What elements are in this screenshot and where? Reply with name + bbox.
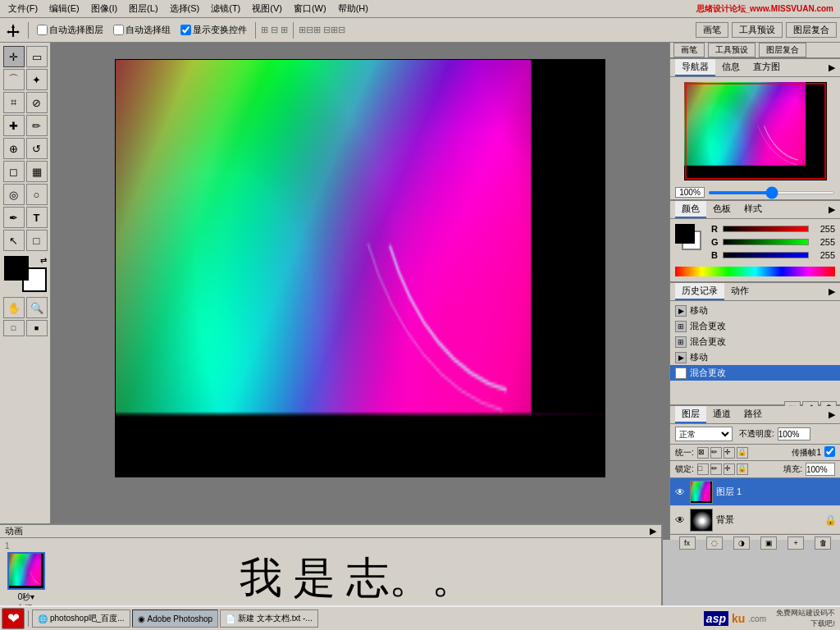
layer-fx-btn[interactable]: fx: [679, 536, 696, 550]
tab-history[interactable]: 历史记录: [675, 283, 724, 300]
foreground-color-swatch[interactable]: [4, 256, 29, 281]
taskbar-btn-textdoc[interactable]: 📄 新建 文本文档.txt -...: [220, 609, 318, 628]
fullscreen-btn[interactable]: ■: [26, 320, 48, 336]
tab-actions[interactable]: 动作: [724, 283, 756, 300]
taskbar-btn-photoshop-bbs[interactable]: 🌐 photoshop吧_百度...: [32, 609, 130, 628]
layer-item-bg[interactable]: 👁 背景 🔒: [670, 506, 840, 534]
menu-layer[interactable]: 图层(L): [124, 2, 162, 16]
lock-all-btn[interactable]: 🔒: [737, 447, 748, 459]
blend-mode-select[interactable]: 正常: [675, 427, 733, 441]
tab-layers[interactable]: 图层: [675, 406, 706, 423]
layer-bg-visibility[interactable]: 👁: [673, 514, 687, 527]
tab-info[interactable]: 信息: [715, 59, 746, 76]
tab-swatches[interactable]: 色板: [706, 201, 737, 218]
menu-view[interactable]: 视图(V): [247, 2, 287, 16]
standard-mode-btn[interactable]: □: [3, 320, 25, 336]
lock-btn-3[interactable]: ✛: [724, 463, 735, 475]
heal-tool[interactable]: ✚: [3, 115, 25, 136]
propagate-frame-checkbox[interactable]: [824, 446, 835, 457]
history-item-2[interactable]: ⊞ 混合更改: [670, 318, 840, 334]
history-item-5[interactable]: ▶ 混合更改: [670, 365, 840, 381]
tab-histogram[interactable]: 直方图: [746, 59, 787, 76]
lock-paint-btn[interactable]: ✏: [710, 447, 722, 459]
layer-1-visibility[interactable]: 👁: [673, 486, 687, 499]
tool-preset-btn-2[interactable]: 工具预设: [708, 43, 756, 57]
blur-tool[interactable]: ◎: [3, 184, 25, 205]
layer-item-1[interactable]: 👁 图层 1: [670, 478, 840, 506]
layer-comp-btn-2[interactable]: 图层复合: [759, 43, 806, 57]
tab-navigator[interactable]: 导航器: [675, 59, 715, 76]
layer-delete-btn[interactable]: 🗑: [815, 536, 831, 550]
menu-image[interactable]: 图像(I): [86, 2, 122, 16]
lock-move-btn[interactable]: ✛: [724, 447, 735, 459]
selection-tool[interactable]: ▭: [26, 46, 48, 67]
menu-file[interactable]: 文件(F): [3, 2, 43, 16]
tab-styles[interactable]: 样式: [737, 201, 769, 218]
history-item-4[interactable]: ▶ 移动: [670, 349, 840, 365]
animation-options-icon[interactable]: ▶: [650, 526, 656, 536]
animation-frame-1[interactable]: 1 0秒▾ 永远▾: [5, 541, 48, 614]
taskbar-btn-photoshop[interactable]: ◉ Adobe Photoshop: [132, 609, 219, 628]
show-transform-checkbox[interactable]: [180, 25, 191, 35]
layer-mask-btn[interactable]: ◌: [706, 536, 723, 550]
history-options-icon[interactable]: ▶: [829, 286, 835, 297]
layers-options-icon[interactable]: ▶: [829, 409, 835, 420]
main-canvas[interactable]: [115, 59, 605, 477]
auto-select-layer-option[interactable]: 自动选择图层: [37, 24, 103, 36]
lock-btn-2[interactable]: ✏: [710, 463, 722, 475]
history-item-3[interactable]: ⊞ 混合更改: [670, 334, 840, 349]
lock-btn-4[interactable]: 🔒: [737, 463, 748, 475]
menu-edit[interactable]: 编辑(E): [44, 2, 84, 16]
navigator-options-icon[interactable]: ▶: [829, 62, 835, 73]
menu-select[interactable]: 选择(S): [165, 2, 205, 16]
menu-window[interactable]: 窗口(W): [289, 2, 331, 16]
brush-tool[interactable]: ✏: [26, 115, 48, 136]
history-item-1[interactable]: ▶ 移动: [670, 303, 840, 318]
move-tool[interactable]: ✛: [3, 46, 25, 67]
zoom-slider[interactable]: [708, 191, 835, 194]
dodge-tool[interactable]: ○: [26, 184, 48, 205]
propagate-frame-checkbox-label[interactable]: [824, 446, 835, 459]
eyedropper-tool[interactable]: ⊘: [26, 92, 48, 113]
auto-select-layer-checkbox[interactable]: [37, 25, 48, 35]
gradient-tool[interactable]: ▦: [26, 161, 48, 182]
layer-group-btn[interactable]: ▣: [760, 536, 777, 550]
fg-swatch[interactable]: [675, 224, 695, 244]
auto-select-group-checkbox[interactable]: [113, 25, 124, 35]
brush-preset-btn[interactable]: 画笔: [696, 22, 728, 38]
auto-select-group-option[interactable]: 自动选择组: [113, 24, 171, 36]
lock-btn-1[interactable]: □: [697, 463, 709, 475]
zoom-input[interactable]: [675, 187, 705, 198]
clone-tool[interactable]: ⊕: [3, 138, 25, 159]
shape-tool[interactable]: □: [26, 230, 48, 251]
hand-tool[interactable]: ✋: [3, 297, 25, 318]
magic-wand-tool[interactable]: ✦: [26, 69, 48, 90]
tool-preset-btn[interactable]: 工具预设: [732, 22, 783, 38]
swap-colors-icon[interactable]: ⇄: [40, 256, 47, 265]
opacity-input[interactable]: [778, 427, 810, 441]
layer-new-btn[interactable]: +: [788, 536, 804, 550]
fill-input[interactable]: [806, 463, 835, 476]
color-spectrum-bar[interactable]: [675, 267, 835, 276]
color-options-icon[interactable]: ▶: [829, 204, 835, 215]
lock-transparent-btn[interactable]: ⊠: [697, 447, 709, 459]
history-brush-tool[interactable]: ↺: [26, 138, 48, 159]
tab-color[interactable]: 颜色: [675, 201, 706, 218]
menu-filter[interactable]: 滤镜(T): [206, 2, 245, 16]
animation-frame-time[interactable]: 0秒▾: [18, 591, 35, 603]
lasso-tool[interactable]: ⌒: [3, 69, 25, 90]
crop-tool[interactable]: ⌗: [3, 92, 25, 113]
start-button[interactable]: ❤: [2, 608, 25, 629]
menu-help[interactable]: 帮助(H): [333, 2, 373, 16]
brush-btn[interactable]: 画笔: [673, 43, 705, 57]
zoom-tool[interactable]: 🔍: [26, 297, 48, 318]
tab-channels[interactable]: 通道: [706, 406, 737, 423]
layer-comp-btn[interactable]: 图层复合: [786, 22, 837, 38]
pen-tool[interactable]: ✒: [3, 207, 25, 228]
text-tool[interactable]: T: [26, 207, 48, 228]
eraser-tool[interactable]: ◻: [3, 161, 25, 182]
layer-adjustment-btn[interactable]: ◑: [733, 536, 750, 550]
show-transform-option[interactable]: 显示变换控件: [180, 24, 247, 36]
tab-paths[interactable]: 路径: [737, 406, 769, 423]
path-select-tool[interactable]: ↖: [3, 230, 25, 251]
